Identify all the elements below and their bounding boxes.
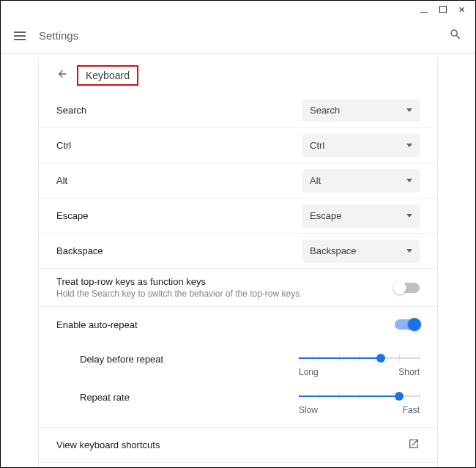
keymap-select[interactable]: Escape xyxy=(302,204,420,228)
keymap-label: Backspace xyxy=(56,245,103,256)
slider-delay[interactable]: Long Short xyxy=(299,351,420,377)
link-row-shortcuts[interactable]: View keyboard shortcuts xyxy=(39,428,437,463)
keymap-select-value: Search xyxy=(310,105,340,116)
keymap-select-value: Alt xyxy=(310,175,321,186)
keymap-select-value: Ctrl xyxy=(310,140,324,151)
toggle-toprow-fn[interactable] xyxy=(395,283,420,293)
back-arrow-icon[interactable] xyxy=(56,68,68,83)
slider-rate[interactable]: Slow Fast xyxy=(299,389,420,415)
keymap-row: Backspace Backspace xyxy=(39,234,437,269)
keymap-select[interactable]: Alt xyxy=(302,169,420,193)
chevron-down-icon xyxy=(406,108,412,112)
slider-right-label: Short xyxy=(398,367,420,377)
slider-knob xyxy=(376,354,385,363)
keymap-row: Search Search xyxy=(39,93,437,128)
page-title: Settings xyxy=(39,29,78,42)
slider-labels: Long Short xyxy=(299,367,420,377)
link-row-language[interactable]: Change language and input settings xyxy=(39,463,437,468)
slider-row-rate: Repeat rate Slow Fast xyxy=(56,380,420,418)
settings-panel: Keyboard Search Search Ctrl Ctrl Alt Alt xyxy=(38,58,438,468)
slider-label: Repeat rate xyxy=(56,389,130,403)
slider-labels: Slow Fast xyxy=(299,405,420,415)
slider-track xyxy=(299,351,420,365)
slider-left-label: Long xyxy=(299,367,319,377)
slider-track xyxy=(299,389,420,404)
slider-row-delay: Delay before repeat Long Short xyxy=(56,342,420,380)
toggle-row-toprow: Treat top-row keys as function keys Hold… xyxy=(39,269,437,307)
keymap-label: Ctrl xyxy=(56,140,71,151)
keymap-select[interactable]: Backspace xyxy=(302,239,420,263)
section-header: Keyboard xyxy=(39,58,437,93)
open-in-new-icon xyxy=(408,438,420,453)
keymap-row: Ctrl Ctrl xyxy=(39,128,437,163)
section-title: Keyboard xyxy=(77,65,138,86)
keymap-row: Escape Escape xyxy=(39,198,437,234)
maximize-button[interactable] xyxy=(439,6,447,13)
keymap-label: Search xyxy=(56,105,86,116)
slider-block: Delay before repeat Long Short Repeat ra xyxy=(39,342,437,428)
chevron-down-icon xyxy=(406,249,412,253)
chevron-down-icon xyxy=(406,179,412,182)
search-icon[interactable] xyxy=(449,28,462,44)
header-bar: Settings xyxy=(1,18,475,53)
keymap-select[interactable]: Search xyxy=(302,99,420,122)
keymap-row: Alt Alt xyxy=(39,163,437,198)
slider-label: Delay before repeat xyxy=(56,351,163,365)
slider-knob xyxy=(395,392,404,401)
toggle-sublabel: Hold the Search key to switch the behavi… xyxy=(56,289,300,299)
toggle-knob xyxy=(393,281,406,294)
toggle-row-autorepeat: Enable auto-repeat xyxy=(39,307,437,342)
chevron-down-icon xyxy=(406,144,412,147)
keymap-select-value: Backspace xyxy=(310,245,357,256)
keymap-label: Escape xyxy=(56,210,88,221)
window-controls: × xyxy=(1,1,475,18)
keymap-select[interactable]: Ctrl xyxy=(302,134,420,157)
slider-right-label: Fast xyxy=(403,405,420,415)
keymap-select-value: Escape xyxy=(310,210,341,221)
toggle-knob xyxy=(408,318,421,331)
keymap-label: Alt xyxy=(56,175,67,186)
close-button[interactable]: × xyxy=(458,6,465,13)
toggle-text: Treat top-row keys as function keys Hold… xyxy=(56,269,300,306)
menu-icon[interactable] xyxy=(14,31,26,40)
header-left: Settings xyxy=(14,29,78,42)
slider-fill xyxy=(299,395,399,397)
minimize-button[interactable] xyxy=(420,7,428,13)
chevron-down-icon xyxy=(406,214,412,218)
content-wrap: Keyboard Search Search Ctrl Ctrl Alt Alt xyxy=(1,53,475,468)
toggle-label: Treat top-row keys as function keys xyxy=(56,276,300,287)
slider-fill xyxy=(299,357,381,359)
toggle-auto-repeat[interactable] xyxy=(395,319,420,330)
slider-left-label: Slow xyxy=(299,405,318,415)
link-label: View keyboard shortcuts xyxy=(56,439,160,450)
toggle-label: Enable auto-repeat xyxy=(56,319,138,330)
